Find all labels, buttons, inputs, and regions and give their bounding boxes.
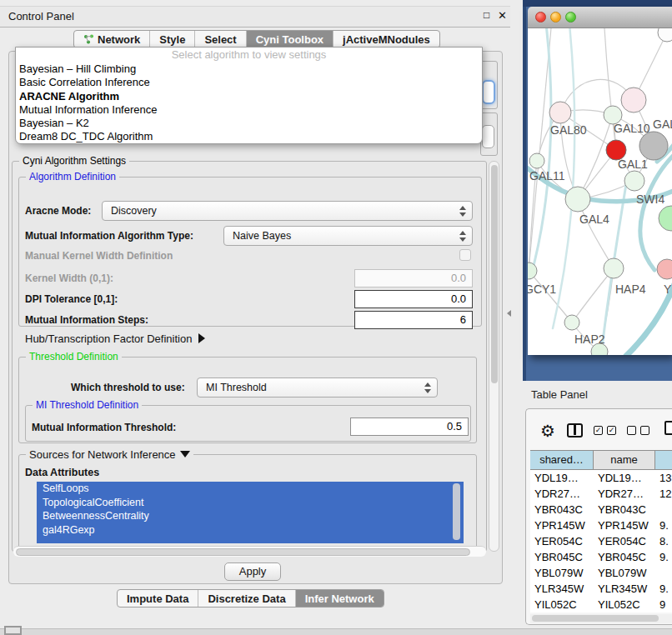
list-item[interactable]: SelfLoops: [37, 482, 464, 496]
mi-steps-field[interactable]: 6: [354, 311, 473, 329]
scrollbar-thumb[interactable]: [491, 165, 498, 383]
data-attributes-label: Data Attributes: [25, 467, 99, 478]
network-node-hap4[interactable]: [604, 258, 624, 278]
tab-infer-network[interactable]: Infer Network: [296, 590, 384, 607]
mi-threshold-field[interactable]: 0.5: [350, 418, 469, 436]
hub-factor-expander[interactable]: Hub/Transcription Factor Definition: [25, 332, 205, 345]
unchecked-checkbox-icon[interactable]: [627, 426, 636, 435]
algorithm-combobox-sliver[interactable]: [482, 80, 495, 104]
gear-icon[interactable]: ⚙: [540, 421, 555, 441]
table-row[interactable]: YER054CYER054C8.: [530, 533, 672, 549]
tab-network[interactable]: Network: [74, 31, 150, 48]
network-node-gcy1[interactable]: [528, 262, 537, 279]
aracne-mode-combobox[interactable]: Discovery: [102, 201, 473, 221]
algorithm-option-selected[interactable]: ARACNE Algorithm: [16, 90, 482, 103]
attributes-scrollbar[interactable]: [453, 483, 460, 540]
float-window-icon[interactable]: □: [484, 9, 489, 21]
node-label: GAL10: [614, 122, 650, 135]
network-node-gal80[interactable]: [549, 102, 571, 123]
column-header-name[interactable]: name: [594, 451, 655, 469]
tab-jactivemnodules[interactable]: jActiveMNodules: [333, 31, 439, 48]
algorithm-placeholder: Select algorithm to view settings: [16, 48, 482, 62]
algorithm-option[interactable]: Dream8 DC_TDC Algorithm: [16, 130, 482, 143]
table-cell: YER054C: [530, 533, 594, 549]
mi-algorithm-type-combobox[interactable]: Naive Bayes: [223, 226, 473, 246]
algorithm-option[interactable]: Bayesian – K2: [16, 117, 482, 130]
algorithm-dropdown-popup: Select algorithm to view settings Bayesi…: [15, 47, 483, 144]
table-row[interactable]: YLR345WYLR345W9.: [530, 581, 672, 597]
minimized-panel-icon[interactable]: [4, 626, 22, 635]
table-row[interactable]: YIL052CYIL052C9: [530, 597, 672, 612]
algorithm-option[interactable]: Bayesian – Hill Climbing: [16, 62, 482, 76]
tab-discretize-data[interactable]: Discretize Data: [198, 590, 295, 607]
scrollbar-thumb[interactable]: [532, 615, 659, 622]
table-cell: 12: [655, 486, 672, 502]
network-window-titlebar[interactable]: [528, 7, 672, 28]
tab-label: Network: [98, 33, 140, 46]
tab-impute-data[interactable]: Impute Data: [118, 590, 198, 607]
sources-title[interactable]: Sources for Network Inference: [26, 448, 193, 461]
list-item[interactable]: gal4RGexp: [37, 523, 464, 538]
network-node-gal4[interactable]: [565, 187, 590, 212]
node-label: GAL11: [529, 169, 565, 182]
table-cell: [655, 565, 672, 581]
splitter-collapse-arrow[interactable]: [507, 310, 511, 317]
network-canvas[interactable]: GALGAL80GAL10GAL1GAL11SWI4GAL4GCY1HAP4YH…: [528, 28, 672, 355]
network-node-gal1[interactable]: [624, 171, 644, 191]
network-node-gray[interactable]: [639, 132, 668, 160]
table-horizontal-scrollbar[interactable]: [530, 614, 672, 623]
column-header-cut[interactable]: [655, 451, 672, 469]
tab-style[interactable]: Style: [150, 31, 195, 48]
table-row[interactable]: YBR043CYBR043C: [530, 502, 672, 518]
scrollbar-thumb[interactable]: [16, 548, 470, 556]
checked-checkbox-icon[interactable]: ✓: [607, 426, 616, 435]
table-cell: YLR345W: [594, 581, 655, 597]
table-row[interactable]: YBL079WYBL079W: [530, 565, 672, 581]
table-cell: YBL079W: [530, 565, 594, 581]
network-node-pink-top[interactable]: [621, 88, 646, 112]
document-icon[interactable]: [664, 421, 672, 435]
network-node-partial-top[interactable]: [658, 28, 672, 42]
which-threshold-combobox[interactable]: MI Threshold: [197, 378, 438, 398]
settings-scrollbar[interactable]: [489, 161, 499, 552]
zoom-traffic-light[interactable]: [565, 12, 576, 22]
table-row[interactable]: YDR27…YDR27…12: [530, 486, 672, 502]
column-header-shared-name[interactable]: shared…: [530, 451, 594, 469]
control-panel-title: Control Panel: [8, 10, 74, 22]
checked-checkbox-icon[interactable]: ✓: [594, 426, 603, 435]
dpi-tolerance-label: DPI Tolerance [0,1]:: [25, 293, 118, 305]
settings-horizontal-scrollbar[interactable]: [13, 546, 486, 557]
dpi-tolerance-field[interactable]: 0.0: [354, 290, 473, 308]
close-icon[interactable]: ✕: [498, 9, 507, 22]
network-node-hap2[interactable]: [564, 315, 579, 330]
columns-icon[interactable]: [567, 423, 583, 438]
bottom-status-strip: [0, 628, 672, 635]
settings-group-title: Cyni Algorithm Settings: [19, 155, 129, 167]
table-cell: YBR043C: [594, 502, 655, 518]
tab-cyni-toolbox[interactable]: Cyni Toolbox: [247, 31, 333, 48]
network-node-salmon-right[interactable]: [657, 259, 672, 279]
table-row[interactable]: YBR045CYBR045C9.: [530, 549, 672, 565]
table-data-combobox-sliver[interactable]: [482, 125, 494, 148]
node-label: HAP4: [615, 282, 646, 296]
close-traffic-light[interactable]: [535, 12, 546, 22]
minimize-traffic-light[interactable]: [550, 12, 561, 22]
tab-label: Infer Network: [305, 592, 374, 605]
network-node-green-right[interactable]: [659, 206, 672, 231]
tab-select[interactable]: Select: [195, 31, 246, 48]
algorithm-option[interactable]: Basic Correlation Inference: [16, 76, 482, 89]
table-row[interactable]: YDL19…YDL19…13: [530, 470, 672, 486]
network-node-gal11[interactable]: [529, 153, 544, 168]
tab-label: Discretize Data: [208, 592, 285, 605]
table-cell: YIL052C: [530, 597, 594, 612]
mi-threshold-label: Mutual Information Threshold:: [32, 422, 176, 433]
algorithm-option[interactable]: Mutual Information Inference: [16, 103, 482, 117]
apply-button[interactable]: Apply: [224, 562, 281, 581]
table-cell: YPR145W: [594, 518, 655, 533]
table-header: shared… name: [530, 450, 672, 470]
list-item[interactable]: BetweennessCentrality: [37, 509, 464, 523]
list-item[interactable]: TopologicalCoefficient: [37, 496, 464, 510]
cyni-bottom-tabs: Impute Data Discretize Data Infer Networ…: [117, 589, 384, 608]
table-row[interactable]: YPR145WYPR145W9.: [530, 518, 672, 533]
unchecked-checkbox-icon[interactable]: [640, 426, 649, 435]
